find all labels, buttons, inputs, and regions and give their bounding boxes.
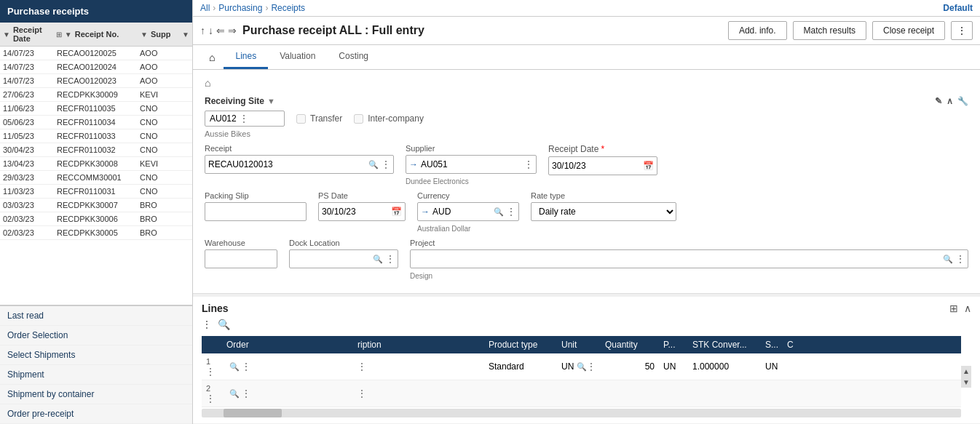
project-search-icon[interactable]: 🔍 xyxy=(943,255,953,264)
cell-receipt: RECAO0120024 xyxy=(57,63,137,71)
warehouse-input[interactable] xyxy=(205,249,277,268)
nav-next-icon[interactable]: ⇒ xyxy=(228,25,237,36)
vscroll-up-icon[interactable]: ▲ xyxy=(963,366,970,377)
breadcrumb-receipts[interactable]: Receipts xyxy=(271,3,305,13)
table-row[interactable]: 14/07/23 RECAO0120023 AOO xyxy=(0,74,192,88)
layer-icon[interactable]: ⊞ xyxy=(949,303,958,314)
transfer-label: Transfer xyxy=(310,113,342,124)
order-search-icon[interactable]: 🔍 xyxy=(229,362,240,371)
ps-date-input[interactable] xyxy=(322,207,388,217)
tab-valuation[interactable]: Valuation xyxy=(268,45,327,69)
ps-date-input-wrapper[interactable]: 📅 xyxy=(318,202,406,221)
sidebar-action-shipment-by-container[interactable]: Shipment by container xyxy=(0,385,192,404)
receipt-input[interactable] xyxy=(208,159,365,169)
more-options-button[interactable]: ⋮ xyxy=(951,21,973,40)
dock-input-wrapper[interactable]: 🔍 ⋮ xyxy=(289,249,398,268)
table-row[interactable]: 27/06/23 RECDPKK30009 KEVI xyxy=(0,88,192,102)
transfer-checkbox[interactable] xyxy=(296,114,306,124)
lines-dots-icon[interactable]: ⋮ xyxy=(202,319,212,330)
table-row[interactable]: 03/03/23 RECDPKK30007 BRO xyxy=(0,199,192,212)
sidebar-action-order-pre-receipt[interactable]: Order pre-receipt xyxy=(0,404,192,424)
receipt-date-input[interactable] xyxy=(552,161,640,171)
sidebar-action-last-read[interactable]: Last read xyxy=(0,306,192,326)
project-input[interactable] xyxy=(414,254,940,264)
sidebar-action-order-selection[interactable]: Order Selection xyxy=(0,326,192,345)
row-dots[interactable]: 2 ⋮ xyxy=(202,380,222,407)
sub-breadcrumb: ⌂ xyxy=(205,77,968,89)
table-row[interactable]: 02/03/23 RECDPKK30005 BRO xyxy=(0,226,192,240)
supplier-input-wrapper[interactable]: → ⋮ xyxy=(406,155,537,174)
breadcrumb-all[interactable]: All xyxy=(200,3,210,13)
filter-icon-date2[interactable]: ▼ xyxy=(65,31,72,39)
site-dots-icon[interactable]: ⋮ xyxy=(240,113,248,124)
receipt-dots-icon[interactable]: ⋮ xyxy=(382,159,390,169)
table-row[interactable]: 05/06/23 RECFR0110034 CNO xyxy=(0,116,192,129)
table-row[interactable]: 11/03/23 RECFR0110031 CNO xyxy=(0,185,192,199)
match-results-button[interactable]: Match results xyxy=(793,21,866,40)
supplier-dots-icon[interactable]: ⋮ xyxy=(524,159,533,169)
sub-home-icon[interactable]: ⌂ xyxy=(205,77,210,89)
cell-supp: CNO xyxy=(140,173,176,182)
nav-down-icon[interactable]: ↓ xyxy=(208,25,213,36)
dock-input[interactable] xyxy=(293,254,370,264)
table-row[interactable]: 14/07/23 RECAO0120024 AOO xyxy=(0,60,192,74)
table-row[interactable]: 02/03/23 RECDPKK30006 BRO xyxy=(0,212,192,226)
project-dots-icon[interactable]: ⋮ xyxy=(956,254,965,264)
table-row[interactable]: 14/07/23 RECAO0120025 AOO xyxy=(0,47,192,60)
currency-dots-icon[interactable]: ⋮ xyxy=(507,207,515,217)
hscroll-thumb[interactable] xyxy=(224,409,282,417)
tab-costing[interactable]: Costing xyxy=(327,45,380,69)
site-select[interactable]: AU012 ⋮ xyxy=(205,111,285,127)
table-row[interactable]: 13/04/23 RECDPKK30008 KEVI xyxy=(0,157,192,171)
unit-dots-icon[interactable]: ⋮ xyxy=(587,361,596,372)
filter-icon-date[interactable]: ⊞ xyxy=(56,31,62,39)
filter-icon-receipt[interactable]: ▼ xyxy=(141,31,148,39)
currency-search-icon[interactable]: 🔍 xyxy=(494,207,504,217)
cell-receipt: RECDPKK30006 xyxy=(57,215,137,223)
table-row[interactable]: 11/06/23 RECFR0110035 CNO xyxy=(0,102,192,116)
intercompany-checkbox[interactable] xyxy=(354,114,363,124)
hscroll-bar[interactable] xyxy=(202,409,961,417)
pencil-icon[interactable]: ✎ xyxy=(935,96,942,106)
receipt-search-icon[interactable]: 🔍 xyxy=(368,160,379,169)
tab-home-icon[interactable]: ⌂ xyxy=(200,46,224,69)
table-row[interactable]: 29/03/23 RECCOMM30001 CNO xyxy=(0,171,192,185)
order-dots-icon[interactable]: ⋮ xyxy=(242,361,250,372)
dock-search-icon[interactable]: 🔍 xyxy=(373,255,383,264)
currency-input-wrapper[interactable]: → 🔍 ⋮ xyxy=(417,202,519,221)
ps-calendar-icon[interactable]: 📅 xyxy=(391,207,402,217)
add-info-button[interactable]: Add. info. xyxy=(728,21,787,40)
supplier-input[interactable] xyxy=(421,159,521,169)
receipt-input-wrapper[interactable]: 🔍 ⋮ xyxy=(205,155,394,174)
dock-dots-icon[interactable]: ⋮ xyxy=(386,254,395,264)
table-row[interactable]: 30/04/23 RECFR0110032 CNO xyxy=(0,143,192,157)
rate-type-select[interactable]: Daily rate xyxy=(531,202,676,221)
filter-icon-main[interactable]: ▼ xyxy=(3,31,10,39)
desc-dots-icon[interactable]: ⋮ xyxy=(357,361,366,372)
nav-up-icon[interactable]: ↑ xyxy=(200,25,205,36)
sidebar-action-shipment[interactable]: Shipment xyxy=(0,365,192,385)
packing-slip-input[interactable] xyxy=(205,202,307,221)
order-dots-icon[interactable]: ⋮ xyxy=(242,388,250,399)
breadcrumb-purchasing[interactable]: Purchasing xyxy=(218,3,262,13)
calendar-icon[interactable]: 📅 xyxy=(643,161,654,171)
filter-icon-supp[interactable]: ▼ xyxy=(182,31,189,39)
nav-prev-icon[interactable]: ⇐ xyxy=(216,25,225,36)
table-row[interactable]: 11/05/23 RECFR0110033 CNO xyxy=(0,129,192,143)
collapse-form-icon[interactable]: ∧ xyxy=(947,96,953,106)
unit-search-icon[interactable]: 🔍 xyxy=(577,362,587,371)
collapse-lines-icon[interactable]: ∧ xyxy=(964,303,971,314)
sidebar-action-select-shipments[interactable]: Select Shipments xyxy=(0,345,192,365)
row-dots[interactable]: 1 ⋮ xyxy=(202,353,222,380)
receipt-date-input-wrapper[interactable]: 📅 xyxy=(548,156,657,175)
order-search-icon[interactable]: 🔍 xyxy=(229,389,240,398)
cell-supp: BRO xyxy=(140,228,176,237)
wrench-icon[interactable]: 🔧 xyxy=(957,96,968,106)
currency-input[interactable] xyxy=(432,207,491,217)
project-input-wrapper[interactable]: 🔍 ⋮ xyxy=(410,249,968,268)
close-receipt-button[interactable]: Close receipt xyxy=(872,21,945,40)
desc-dots-icon[interactable]: ⋮ xyxy=(357,388,366,399)
tab-lines[interactable]: Lines xyxy=(224,45,268,69)
vscroll-down-icon[interactable]: ▼ xyxy=(963,377,970,388)
lines-search-icon[interactable]: 🔍 xyxy=(218,319,230,330)
